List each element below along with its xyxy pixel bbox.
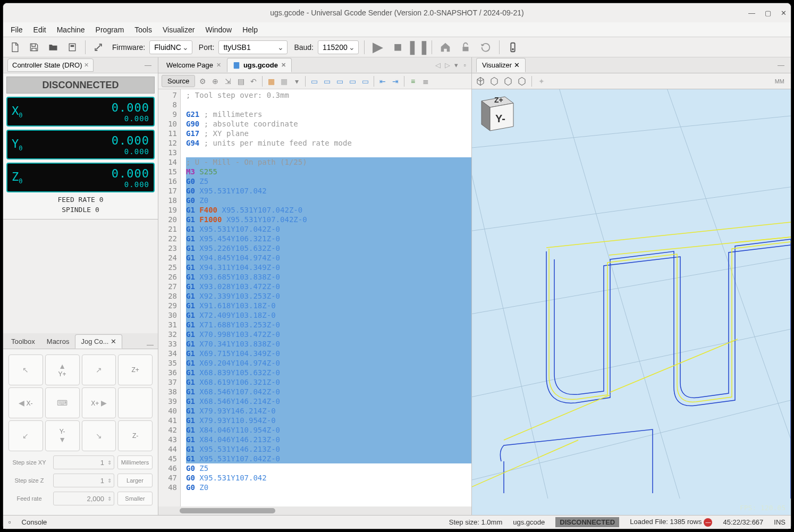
tab-scroll-left-icon[interactable]: ◁ — [433, 61, 443, 69]
code-line[interactable]: G1 F1000 X95.531Y107.042Z-0 — [186, 215, 471, 224]
code-line[interactable]: ; U - Mill - On path (1/25) — [186, 157, 471, 167]
close-icon[interactable]: ✕ — [281, 62, 286, 69]
jog-z-minusplus[interactable]: Z+ — [118, 354, 153, 385]
menu-program[interactable]: Program — [96, 26, 124, 34]
align-icon[interactable]: ≡ — [408, 76, 418, 87]
jog-diag-2[interactable]: ↗ — [82, 354, 116, 385]
code-line[interactable] — [186, 148, 471, 157]
code-line[interactable]: G1 X95.531Y107.042Z-0 — [186, 454, 471, 463]
step-xy-input[interactable]: 1 — [53, 455, 114, 469]
maximize-icon[interactable]: ▫ — [460, 61, 469, 69]
view-top-icon[interactable] — [517, 76, 527, 87]
dro-row-y[interactable]: Y0 0.0000.000 — [6, 130, 155, 159]
code-line[interactable]: G1 X95.531Y146.213Z-0 — [186, 444, 471, 454]
code-line[interactable]: G1 X91.618Y103.18Z-0 — [186, 301, 471, 310]
indent-right-icon[interactable]: ⇥ — [390, 76, 401, 87]
code-line[interactable]: G1 X68.839Y105.632Z-0 — [186, 368, 471, 377]
units-button[interactable]: Millimeters — [117, 455, 153, 469]
code-line[interactable]: G1 X72.409Y103.18Z-0 — [186, 310, 471, 320]
open-folder-icon[interactable] — [46, 40, 61, 55]
menu-help[interactable]: Help — [242, 26, 258, 34]
code-line[interactable]: G1 X93.028Y103.472Z-0 — [186, 282, 471, 291]
code-line[interactable]: G0 Z5 — [186, 176, 471, 186]
pendant-icon[interactable] — [505, 39, 521, 55]
smaller-button[interactable]: Smaller — [117, 492, 153, 505]
expand-icon[interactable]: ▫ — [9, 518, 11, 526]
code-line[interactable]: G1 X70.341Y103.838Z-0 — [186, 339, 471, 349]
code-line[interactable]: G1 X68.546Y146.214Z-0 — [186, 396, 471, 406]
minimize-icon[interactable]: — — [775, 61, 787, 69]
translate-icon[interactable]: ▦ — [266, 76, 276, 87]
code-line[interactable]: G1 X84.046Y110.954Z-0 — [186, 425, 471, 435]
code-line[interactable]: G1 X70.998Y103.472Z-0 — [186, 330, 471, 339]
move-icon[interactable]: ▭ — [309, 76, 319, 87]
jog-y-minus[interactable]: Y-▼ — [45, 420, 80, 451]
flip-icon[interactable]: ▭ — [347, 76, 358, 87]
close-icon[interactable]: ✕ — [111, 337, 116, 345]
code-line[interactable]: G0 Z5 — [186, 463, 471, 473]
tab-dropdown-icon[interactable]: ▾ — [452, 61, 460, 69]
reset-icon[interactable] — [478, 39, 494, 55]
code-line[interactable]: ; Tool step over: 0.3mm — [186, 90, 471, 100]
mirror-icon[interactable]: ▦ — [278, 76, 289, 87]
code-line[interactable]: G90 ; absolute coordinate — [186, 119, 471, 129]
toolbox-tab-0[interactable]: Toolbox — [5, 334, 41, 349]
code-line[interactable]: G1 X95.226Y105.632Z-0 — [186, 243, 471, 253]
rotate-icon[interactable]: ▭ — [322, 76, 332, 87]
code-line[interactable]: G17 ; XY plane — [186, 129, 471, 138]
indent-left-icon[interactable]: ⇤ — [377, 76, 388, 87]
maximize-icon[interactable]: ▢ — [765, 9, 771, 17]
target-icon[interactable]: ⊕ — [210, 76, 221, 87]
feed-rate-input[interactable]: 2,000 — [53, 492, 114, 505]
pause-icon[interactable]: ❚❚ — [410, 39, 426, 55]
stop-icon[interactable]: — — [704, 518, 712, 527]
visualizer-canvas[interactable]: Z+ Y- FPS: 120.05 — [472, 89, 791, 515]
jog-y-minusplus[interactable]: ▲Y+ — [45, 354, 80, 385]
code-line[interactable]: G1 F400 X95.531Y107.042Z-0 — [186, 205, 471, 215]
menu-edit[interactable]: Edit — [33, 26, 46, 34]
code-line[interactable]: G0 Z0 — [186, 196, 471, 205]
code-line[interactable]: M3 S255 — [186, 167, 471, 176]
code-line[interactable]: G1 X69.715Y104.349Z-0 — [186, 349, 471, 358]
code-content[interactable]: ; Tool step over: 0.3mm G21 ; millimeter… — [181, 89, 471, 506]
jog-diag-5[interactable]: ⌨ — [45, 387, 80, 418]
menu-machine[interactable]: Machine — [57, 26, 85, 34]
jog-x-minus[interactable]: ◀ X- — [9, 387, 43, 418]
connect-icon[interactable] — [91, 40, 106, 55]
follow-icon[interactable]: ⇲ — [223, 76, 233, 87]
menu-visualizer[interactable]: Visualizer — [163, 26, 195, 34]
toolbox-tab-1[interactable]: Macros — [41, 334, 75, 349]
close-icon[interactable]: ✕ — [216, 62, 221, 69]
sort-icon[interactable]: ≣ — [420, 76, 431, 87]
console-label[interactable]: Console — [22, 518, 47, 526]
toolbox-tab-2[interactable]: Jog Co... ✕ — [75, 334, 122, 349]
editor-tab-1[interactable]: ugs.gcode✕ — [227, 58, 292, 72]
code-line[interactable]: G1 X95.454Y106.321Z-0 — [186, 234, 471, 243]
firmware-select[interactable]: FluidNC — [149, 40, 192, 54]
step-z-input[interactable]: 1 — [53, 474, 114, 487]
jog-z-minus[interactable]: Z- — [118, 420, 153, 451]
jog-diag-10[interactable]: ↘ — [82, 420, 116, 451]
horizontal-scrollbar[interactable] — [158, 506, 471, 515]
close-icon[interactable]: ✕ — [781, 9, 787, 17]
tab-scroll-right-icon[interactable]: ▷ — [443, 61, 452, 69]
code-line[interactable]: G1 X84.046Y146.213Z-0 — [186, 435, 471, 444]
view-side-icon[interactable] — [503, 76, 513, 87]
code-line[interactable] — [186, 100, 471, 109]
editor-tab-0[interactable]: Welcome Page✕ — [161, 58, 227, 72]
code-editor[interactable]: 7891011121314151617181920212223242526272… — [158, 89, 471, 506]
menu-file[interactable]: File — [11, 26, 23, 34]
save-file-icon[interactable] — [27, 40, 41, 55]
minimize-icon[interactable]: — — [142, 61, 154, 69]
gear-icon[interactable]: ⚙ — [197, 76, 208, 87]
menu-tools[interactable]: Tools — [134, 26, 152, 34]
new-file-icon[interactable] — [7, 40, 22, 55]
code-line[interactable]: G1 X79.93Y146.214Z-0 — [186, 406, 471, 416]
code-line[interactable]: G1 X94.845Y104.974Z-0 — [186, 253, 471, 263]
code-line[interactable]: G1 X92.339Y103.253Z-0 — [186, 291, 471, 301]
close-icon[interactable]: ✕ — [84, 62, 89, 69]
dropdown-icon[interactable]: ▾ — [291, 76, 302, 87]
code-line[interactable]: G1 X68.619Y106.321Z-0 — [186, 377, 471, 387]
jog-x-minusplus[interactable]: X+ ▶ — [82, 387, 116, 418]
jog-diag-0[interactable]: ↖ — [9, 354, 43, 385]
